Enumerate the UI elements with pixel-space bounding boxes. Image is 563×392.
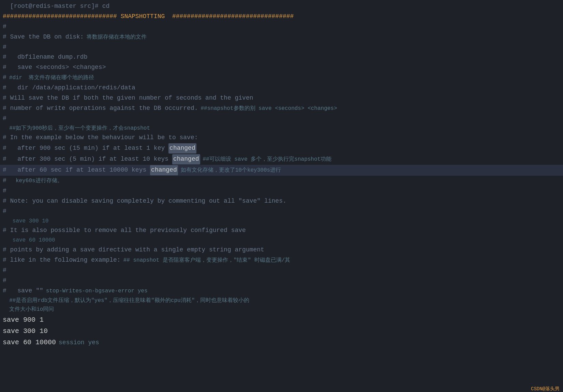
line-22: # It is also possible to remove all the … xyxy=(0,226,563,236)
line-15-prefix: # after 900 sec (15 min) if at least 1 k… xyxy=(3,144,168,153)
line-6: # dbfilename dump.rdb xyxy=(0,52,563,62)
line-4: # Save the DB on disk: 将数据存储在本地的文件 xyxy=(0,32,563,42)
line-5: # xyxy=(0,42,563,53)
line-28-main: # save "" xyxy=(3,286,43,296)
line-14-content: # In the example below the behaviour wil… xyxy=(3,133,198,143)
line-32-content: save 300 10 xyxy=(3,326,48,336)
line-13: ##如下为900秒后，至少有一个变更操作，才会snapshot xyxy=(0,124,563,133)
line-9: # dir /data/application/redis/data xyxy=(0,83,563,93)
line-27-content: # xyxy=(3,276,6,286)
line-6-content: # dbfilename dump.rdb xyxy=(3,53,87,62)
line-8-annotation: #dir 将文件存储在哪个地的路径 xyxy=(9,74,94,82)
line-21: save 300 10 xyxy=(0,217,563,226)
line-31-content: save 900 1 xyxy=(3,315,44,325)
line-17b-content: # xyxy=(3,176,6,186)
line-8: # #dir 将文件存储在哪个地的路径 xyxy=(0,73,563,83)
line-30-content: 文件大小和io同问 xyxy=(3,305,54,314)
line-3: # xyxy=(0,22,563,32)
line-11-content: # number of write operations against the… xyxy=(3,104,198,113)
line-11: # number of write operations against the… xyxy=(0,103,563,114)
line-33: save 60 10000 session yes xyxy=(0,337,563,348)
line-30: 文件大小和io同问 xyxy=(0,305,563,314)
line-17b-annotation: key60s进行存储。 xyxy=(9,177,63,185)
line-11-annotation: ##snapshot参数的别 save <seconds> <changes> xyxy=(201,104,337,113)
line-21-save: save 300 10 xyxy=(3,217,48,226)
line-4-annotation: 将数据存储在本地的文件 xyxy=(87,33,147,42)
line-1-content: [root@redis-master src]# cd xyxy=(3,2,109,11)
line-16-prefix: # after 300 sec (5 min) if at least 10 k… xyxy=(3,155,172,164)
line-29: ##是否启用rdb文件压缩，默认为"yes"，压缩往往意味着"额外的cpu消耗"… xyxy=(0,296,563,305)
line-7-content: # save <seconds> <changes> xyxy=(3,63,106,72)
line-25-annotation: ## snapshot 是否阻塞客户端，变更操作，"结束" 时磁盘已满/其 xyxy=(123,256,291,265)
line-12-content: # xyxy=(3,114,6,124)
line-16-changed: changed xyxy=(172,154,200,164)
line-15-changed: changed xyxy=(168,143,196,154)
line-2-hash-header: ############################### SNAPSHOT… xyxy=(0,12,563,22)
line-24: # points by adding a save directive with… xyxy=(0,245,563,255)
line-12: # xyxy=(0,114,563,124)
line-1: [root@redis-master src]# cd xyxy=(0,1,563,12)
line-28: # save "" stop-Writes-on-bgsave-error ye… xyxy=(0,286,563,296)
line-17: # after 60 sec if at least 10000 keys ch… xyxy=(0,165,563,176)
line-20: # xyxy=(0,206,563,217)
line-26: # xyxy=(0,265,563,276)
line-33-annotation: session yes xyxy=(59,338,99,348)
line-10-content: # Will save the DB if both the given num… xyxy=(3,93,253,103)
line-20-content: # xyxy=(3,207,6,216)
line-16: # after 300 sec (5 min) if at least 10 k… xyxy=(0,154,563,165)
line-18: # xyxy=(0,186,563,196)
line-18-content: # xyxy=(3,186,6,196)
line-15: # after 900 sec (15 min) if at least 1 k… xyxy=(0,143,563,154)
line-33-main: save 60 10000 xyxy=(3,337,56,348)
line-23-save: save 60 10000 xyxy=(3,236,55,245)
line-5-content: # xyxy=(3,43,6,52)
line-17-annotation: 如有文化存储，更改了10个key300s进行 xyxy=(181,166,281,175)
line-25-content: # like in the following example: xyxy=(3,256,121,265)
line-24-content: # points by adding a save directive with… xyxy=(3,245,264,255)
line-29-content: ##是否启用rdb文件压缩，默认为"yes"，压缩往往意味着"额外的cpu消耗"… xyxy=(3,296,249,305)
line-17-prefix: # after 60 sec if at least 10000 keys xyxy=(3,165,150,175)
line-27: # xyxy=(0,276,563,286)
line-10: # Will save the DB if both the given num… xyxy=(0,93,563,103)
line-14: # In the example below the behaviour wil… xyxy=(0,133,563,143)
line-23: save 60 10000 xyxy=(0,236,563,245)
line-25: # like in the following example: ## snap… xyxy=(0,255,563,265)
line-22-content: # It is also possible to remove all the … xyxy=(3,226,246,235)
line-31: save 900 1 xyxy=(0,314,563,325)
line-8-content: # xyxy=(3,73,6,83)
line-19-content: # Note: you can disable saving completel… xyxy=(3,197,286,206)
line-32: save 300 10 xyxy=(0,325,563,337)
hash-header-text: ############################### SNAPSHOT… xyxy=(3,12,294,21)
line-9-content: # dir /data/application/redis/data xyxy=(3,83,135,93)
line-28-annotation: stop-Writes-on-bgsave-error yes xyxy=(46,287,148,295)
line-26-content: # xyxy=(3,266,6,275)
line-13-content: ##如下为900秒后，至少有一个变更操作，才会snapshot xyxy=(3,124,150,133)
line-3-content: # xyxy=(3,22,6,32)
terminal: [root@redis-master src]# cd ############… xyxy=(0,0,563,392)
csdn-watermark: CSDN@落头男 xyxy=(531,386,560,392)
line-7: # save <seconds> <changes> xyxy=(0,62,563,73)
line-17-changed: changed xyxy=(150,165,178,175)
line-19: # Note: you can disable saving completel… xyxy=(0,196,563,206)
line-16-annotation: ##可以细设 save 多个，至少执行完snapshot功能 xyxy=(203,155,332,164)
line-17b: # key60s进行存储。 xyxy=(0,176,563,186)
line-4-main: # Save the DB on disk: xyxy=(3,32,84,42)
